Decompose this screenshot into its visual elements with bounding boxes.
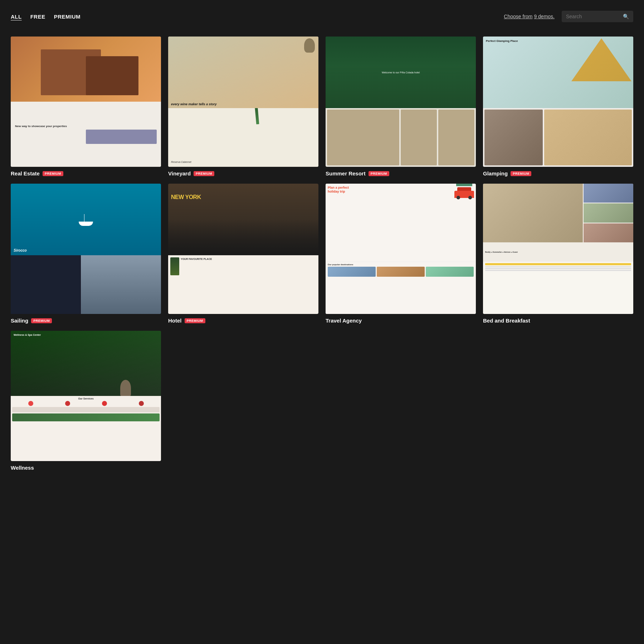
travel-headline-p2: holiday trip bbox=[328, 190, 345, 193]
glamping-title: Glamping bbox=[483, 170, 508, 176]
summer-resort-title: Summer Resort bbox=[326, 170, 366, 176]
real-estate-title: Real Estate bbox=[11, 170, 40, 176]
travel-car bbox=[454, 185, 474, 198]
thumb-bnb: Beddy ● Sommelier ● Horizon ● Guest bbox=[483, 184, 633, 314]
demo-item-bnb[interactable]: Beddy ● Sommelier ● Horizon ● Guest Bed … bbox=[483, 184, 633, 324]
search-input[interactable] bbox=[566, 14, 620, 19]
real-estate-small-img bbox=[86, 130, 157, 144]
thumb-bnb-bottom bbox=[483, 262, 633, 314]
bnb-side-3 bbox=[584, 223, 633, 242]
thumb-summer-resort: Welcome to our Piña Colada hotel bbox=[326, 37, 476, 167]
thumb-real-estate: New way to showcase your properties bbox=[11, 37, 161, 167]
demo-label-real-estate: Real Estate PREMIUM bbox=[11, 170, 161, 176]
hotel-subtitle: YOUR FAVOURITE PLACE bbox=[181, 257, 316, 261]
tab-premium[interactable]: PREMIUM bbox=[54, 14, 80, 20]
wellness-services-title: Our Services bbox=[12, 397, 160, 400]
demo-item-vineyard[interactable]: every wine maker tells a story Reserva C… bbox=[168, 37, 318, 176]
demo-item-wellness[interactable]: Wellness & Spa Center Our Services Welln… bbox=[11, 331, 161, 471]
demo-label-bnb: Bed and Breakfast bbox=[483, 318, 633, 324]
thumb-vineyard-top: every wine maker tells a story bbox=[168, 37, 318, 108]
sailing-boat-illustration bbox=[75, 213, 97, 226]
wellness-membership-bar bbox=[12, 407, 160, 412]
thumb-hotel-top: NEW YORK bbox=[168, 184, 318, 255]
hotel-text-content: YOUR FAVOURITE PLACE bbox=[181, 257, 316, 262]
glamping-badge: PREMIUM bbox=[511, 171, 531, 176]
hotel-plant bbox=[170, 257, 179, 275]
dest-card-2 bbox=[377, 267, 425, 277]
header-right: Choose from 9 demos. 🔍 bbox=[504, 11, 633, 22]
wellness-spa-text: Wellness & Spa Center bbox=[14, 334, 41, 336]
bnb-text-line-3 bbox=[485, 270, 631, 271]
thumb-wellness-top: Wellness & Spa Center bbox=[11, 331, 161, 396]
filter-nav: ALL FREE PREMIUM bbox=[11, 14, 80, 20]
thumb-vineyard: every wine maker tells a story Reserva C… bbox=[168, 37, 318, 167]
demo-item-hotel[interactable]: NEW YORK YOUR FAVOURITE PLACE Hotel PREM… bbox=[168, 184, 318, 324]
vineyard-bottle bbox=[255, 108, 259, 124]
demo-count-text: Choose from 9 demos. bbox=[504, 14, 555, 19]
sirocco-text: Sirocco bbox=[14, 248, 27, 252]
bnb-text-line-2 bbox=[485, 268, 631, 269]
thumb-gl-top: Perfect Glamping Place bbox=[483, 37, 633, 108]
thumb-gl-bottom bbox=[483, 108, 633, 167]
bnb-title: Bed and Breakfast bbox=[483, 318, 530, 324]
thumb-hotel-bottom: YOUR FAVOURITE PLACE bbox=[168, 255, 318, 314]
demo-item-glamping[interactable]: Perfect Glamping Place Glamping PREMIUM bbox=[483, 37, 633, 176]
bnb-logo: Beddy ● Sommelier ● Horizon ● Guest bbox=[485, 251, 518, 253]
sailing-badge: PREMIUM bbox=[31, 318, 52, 323]
vineyard-big-text: every wine maker tells a story bbox=[171, 103, 217, 106]
dest-card-3 bbox=[426, 267, 474, 277]
tab-free[interactable]: FREE bbox=[30, 14, 45, 20]
thumb-wellness-bottom: Our Services bbox=[11, 396, 161, 461]
thumb-real-estate-top bbox=[11, 37, 161, 102]
demo-label-hotel: Hotel PREMIUM bbox=[168, 318, 318, 324]
travel-headline-p1: Plan a perfect bbox=[328, 186, 349, 189]
sr-room-2 bbox=[401, 110, 437, 165]
wellness-title: Wellness bbox=[11, 465, 34, 471]
demo-item-real-estate[interactable]: New way to showcase your properties Real… bbox=[11, 37, 161, 176]
demo-label-glamping: Glamping PREMIUM bbox=[483, 170, 633, 176]
sail-water-img bbox=[81, 255, 161, 314]
demo-label-travel-agency: Travel Agency bbox=[326, 318, 476, 324]
vineyard-badge: PREMIUM bbox=[194, 171, 214, 176]
demo-item-travel-agency[interactable]: Plan a perfect holiday trip Our popular … bbox=[326, 184, 476, 324]
bnb-side-2 bbox=[584, 203, 633, 222]
hotel-title: Hotel bbox=[168, 318, 182, 324]
demo-item-sailing[interactable]: Sirocco Sailing PREMIUM bbox=[11, 184, 161, 324]
sailing-title: Sailing bbox=[11, 318, 28, 324]
wellness-service-icons bbox=[12, 401, 160, 406]
sail-dark-panel bbox=[11, 255, 80, 314]
glamping-tent2-img bbox=[544, 110, 632, 165]
bnb-main-img bbox=[483, 184, 583, 242]
thumb-bnb-middle: Beddy ● Sommelier ● Horizon ● Guest bbox=[483, 242, 633, 262]
demo-item-summer-resort[interactable]: Welcome to our Piña Colada hotel Summer … bbox=[326, 37, 476, 176]
demo-count-link[interactable]: 9 demos. bbox=[534, 14, 555, 19]
thumb-wellness: Wellness & Spa Center Our Services bbox=[11, 331, 161, 461]
thumb-hotel: NEW YORK YOUR FAVOURITE PLACE bbox=[168, 184, 318, 314]
thumb-travel-bottom: Our popular destinations bbox=[326, 262, 476, 314]
svc-icon-2 bbox=[65, 401, 70, 406]
thumb-sr-bottom bbox=[326, 108, 476, 167]
thumb-real-estate-bottom: New way to showcase your properties bbox=[11, 102, 161, 167]
search-icon: 🔍 bbox=[623, 14, 629, 19]
search-box[interactable]: 🔍 bbox=[562, 11, 633, 22]
thumb-sail-top: Sirocco bbox=[11, 184, 161, 255]
sr-hotel-text: Welcome to our Piña Colada hotel bbox=[382, 71, 420, 74]
svc-icon-1 bbox=[28, 401, 33, 406]
demo-label-summer-resort: Summer Resort PREMIUM bbox=[326, 170, 476, 176]
wellness-person bbox=[120, 380, 131, 396]
page-header: ALL FREE PREMIUM Choose from 9 demos. 🔍 bbox=[11, 7, 633, 26]
demo-label-vineyard: Vineyard PREMIUM bbox=[168, 170, 318, 176]
travel-dest-label: Our popular destinations bbox=[328, 263, 474, 266]
bnb-yellow-bar bbox=[485, 263, 631, 265]
wellness-green-img bbox=[12, 413, 160, 421]
vineyard-bust bbox=[304, 38, 315, 53]
thumb-sailing: Sirocco bbox=[11, 184, 161, 314]
hotel-badge: PREMIUM bbox=[185, 318, 205, 323]
bnb-side-imgs bbox=[584, 184, 633, 242]
thumb-travel: Plan a perfect holiday trip Our popular … bbox=[326, 184, 476, 314]
tab-all[interactable]: ALL bbox=[11, 14, 22, 20]
thumb-bnb-top bbox=[483, 184, 633, 242]
travel-dest-cards bbox=[328, 267, 474, 277]
car-wheel-right bbox=[468, 196, 472, 199]
real-estate-tagline: New way to showcase your properties bbox=[15, 125, 157, 128]
